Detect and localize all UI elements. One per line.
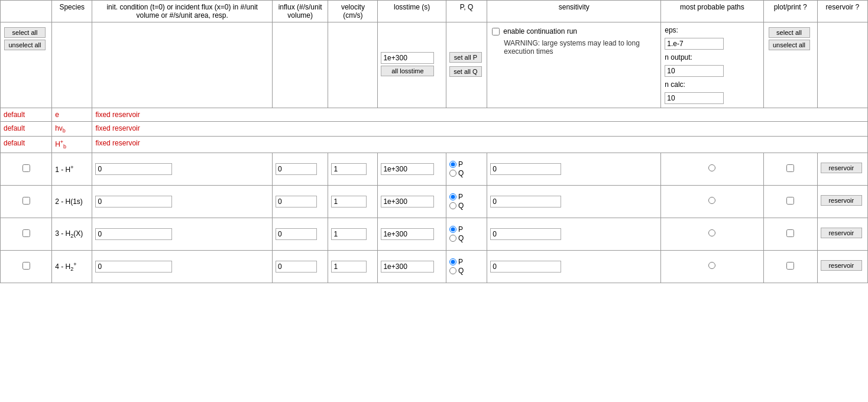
controls-pq-cell: set all P set all Q <box>446 22 487 108</box>
row1-sensitivity-cell <box>487 153 661 185</box>
row4-p-label[interactable]: P <box>449 258 484 266</box>
row4-sensitivity-cell <box>487 250 661 283</box>
row1-sensitivity-input[interactable] <box>490 163 561 175</box>
row1-p-label[interactable]: P <box>449 160 484 168</box>
row1-mostprobable-radio[interactable] <box>708 164 715 171</box>
row2-q-radio[interactable] <box>449 202 456 209</box>
continuation-container: enable continuation run <box>492 27 656 35</box>
row2-pq-container: P Q <box>449 193 484 210</box>
losstime-global-input[interactable] <box>381 52 434 64</box>
default-hpb-species: H+b <box>52 137 92 153</box>
row2-losstime-cell <box>378 185 446 218</box>
n-output-input[interactable] <box>665 65 724 77</box>
row4-init-input[interactable] <box>95 261 172 273</box>
row4-mostprobable-radio[interactable] <box>708 262 715 269</box>
row1-plot-checkbox[interactable] <box>786 164 794 172</box>
row3-sensitivity-input[interactable] <box>490 228 561 240</box>
row3-checkbox-cell <box>1 218 52 250</box>
row3-reservoir-button[interactable]: reservoir <box>821 228 862 238</box>
row3-p-label[interactable]: P <box>449 225 484 234</box>
row3-q-radio[interactable] <box>449 235 456 242</box>
row3-q-label[interactable]: Q <box>449 234 484 242</box>
controls-losstime-cell: all losstime <box>378 22 446 108</box>
row4-sensitivity-input[interactable] <box>490 261 561 273</box>
default-hpb-label: default <box>1 137 52 153</box>
sub-b-2: b <box>63 144 66 150</box>
row4-velocity-cell <box>328 250 378 283</box>
warning-text: WARNING: large systems may lead to long … <box>504 39 640 56</box>
row2-p-label[interactable]: P <box>449 193 484 201</box>
row1-q-label[interactable]: Q <box>449 169 484 177</box>
row4-losstime-cell <box>378 250 446 283</box>
row4-q-radio[interactable] <box>449 267 456 274</box>
row4-mostprobable-cell <box>661 250 763 283</box>
row3-plot-checkbox[interactable] <box>786 229 794 237</box>
row3-velocity-cell <box>328 218 378 250</box>
row2-influx-cell <box>272 185 328 218</box>
row2-reservoir-button[interactable]: reservoir <box>821 195 862 206</box>
row2-plot-checkbox[interactable] <box>786 197 794 205</box>
row4-q-label[interactable]: Q <box>449 267 484 275</box>
row1-losstime-input[interactable] <box>381 163 434 175</box>
row2-p-radio[interactable] <box>449 193 456 200</box>
eps-input[interactable] <box>665 38 724 50</box>
data-row-2: 2 - H(1s) P <box>1 185 868 218</box>
default-row-hvb: default hvb fixed reservoir <box>1 122 868 137</box>
row2-influx-input[interactable] <box>276 196 317 208</box>
select-all-right-button[interactable]: select all <box>769 27 810 38</box>
row3-init-input[interactable] <box>95 228 172 240</box>
continuation-label: enable continuation run <box>503 27 577 35</box>
row3-init-cell <box>92 218 273 250</box>
row4-losstime-input[interactable] <box>381 261 434 273</box>
row3-influx-input[interactable] <box>276 228 317 240</box>
row4-velocity-input[interactable] <box>331 261 367 273</box>
row2-init-input[interactable] <box>95 196 172 208</box>
row1-velocity-cell <box>328 153 378 185</box>
row3-mostprobable-radio[interactable] <box>708 229 715 236</box>
continuation-checkbox[interactable] <box>492 28 500 35</box>
row3-p-radio[interactable] <box>449 226 456 233</box>
row1-influx-input[interactable] <box>276 163 317 175</box>
row3-select-checkbox[interactable] <box>22 229 30 237</box>
row1-init-input[interactable] <box>95 163 172 175</box>
controls-species-cell <box>52 22 92 108</box>
row2-sensitivity-input[interactable] <box>490 196 561 208</box>
row2-mostprobable-radio[interactable] <box>708 197 715 204</box>
default-row-hpb: default H+b fixed reservoir <box>1 137 868 153</box>
n-calc-input[interactable] <box>665 92 724 104</box>
select-all-left-button[interactable]: select all <box>4 27 46 38</box>
row2-velocity-cell <box>328 185 378 218</box>
row3-losstime-input[interactable] <box>381 228 434 240</box>
header-row: Species init. condition (t=0) or inciden… <box>1 1 868 22</box>
set-all-p-button[interactable]: set all P <box>449 52 482 63</box>
row2-plot-cell <box>763 185 817 218</box>
row2-velocity-input[interactable] <box>331 196 367 208</box>
data-row-3: 3 - H2(X) P <box>1 218 868 250</box>
unselect-all-right-button[interactable]: unselect all <box>769 40 810 50</box>
row1-velocity-input[interactable] <box>331 163 367 175</box>
row1-influx-cell <box>272 153 328 185</box>
row1-reservoir-button[interactable]: reservoir <box>821 163 862 173</box>
all-losstime-button[interactable]: all losstime <box>381 66 434 76</box>
eps-label: eps: <box>665 26 678 34</box>
select-all-cell-left: select all unselect all <box>1 22 52 108</box>
row4-p-radio[interactable] <box>449 258 456 265</box>
row3-velocity-input[interactable] <box>331 228 367 240</box>
set-btn-container: set all P set all Q <box>449 52 484 79</box>
row2-select-checkbox[interactable] <box>22 197 30 205</box>
row1-p-radio[interactable] <box>449 161 456 168</box>
row4-influx-input[interactable] <box>276 261 317 273</box>
row2-losstime-input[interactable] <box>381 196 434 208</box>
row1-select-checkbox[interactable] <box>22 164 30 172</box>
default-e-label: default <box>1 108 52 122</box>
unselect-all-left-button[interactable]: unselect all <box>4 40 46 50</box>
row4-plot-checkbox[interactable] <box>786 262 794 270</box>
row4-select-checkbox[interactable] <box>22 262 30 270</box>
default-e-species: e <box>52 108 92 122</box>
set-all-q-button[interactable]: set all Q <box>449 66 482 77</box>
row1-q-radio[interactable] <box>449 170 456 177</box>
row2-q-label[interactable]: Q <box>449 202 484 210</box>
row4-checkbox-cell <box>1 250 52 283</box>
row4-reservoir-button[interactable]: reservoir <box>821 260 862 271</box>
row1-sup: + <box>70 164 73 170</box>
